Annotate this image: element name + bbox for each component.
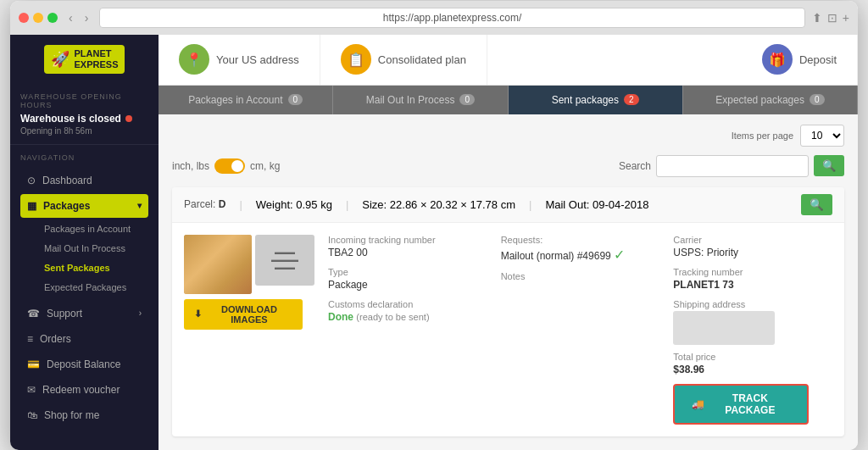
toolbar-row: Items per page 10 25 50 <box>172 125 844 147</box>
toggle-knob <box>231 160 243 172</box>
shop-icon: 🛍 <box>27 409 37 421</box>
copy-icon[interactable]: ⊡ <box>827 11 837 25</box>
top-nav-consolidated[interactable]: 📋 Consolidated plan <box>320 35 487 85</box>
truck-icon: 🚚 <box>692 398 704 410</box>
orders-icon: ≡ <box>27 333 33 345</box>
nav-label: NAVIGATION <box>20 153 148 162</box>
main-content: 📍 Your US address 📋 Consolidated plan 🎁 … <box>159 35 858 450</box>
search-input[interactable] <box>656 155 809 177</box>
separator: | <box>239 198 242 211</box>
customs-done: Done <box>328 311 353 323</box>
logo-icon: 🚀 <box>51 50 70 69</box>
share-icon[interactable]: ⬆ <box>812 11 822 25</box>
detail-col-1: Incoming tracking number TBA2 00 Type Pa… <box>328 235 487 425</box>
sidebar-item-shop-for-me[interactable]: 🛍 Shop for me <box>20 403 148 427</box>
status-dot <box>125 115 132 122</box>
tab-sent-packages[interactable]: Sent packages 2 <box>509 86 683 114</box>
package-images-col: ▬▬▬▬▬▬▬▬▬▬ ⬇ DOWNLOAD IMAGES <box>184 235 314 425</box>
separator: | <box>529 198 531 211</box>
forward-button[interactable]: › <box>81 9 93 26</box>
search-button[interactable]: 🔍 <box>814 155 844 176</box>
sidebar-item-orders[interactable]: ≡ Orders <box>20 327 148 351</box>
sidebar-item-deposit-balance[interactable]: 💳 Deposit Balance <box>20 353 148 376</box>
tab-badge: 0 <box>810 94 825 105</box>
deposit-label: Deposit <box>799 53 837 66</box>
shipping-address-box <box>673 311 775 345</box>
support-icon: ☎ <box>27 308 40 319</box>
sidebar-item-label: Orders <box>40 333 71 345</box>
top-nav-us-address[interactable]: 📍 Your US address <box>159 35 320 85</box>
packages-icon: ▦ <box>27 200 36 212</box>
logo-area: 🚀 PLANET EXPRESS <box>10 35 159 84</box>
sidebar-item-label: Deposit Balance <box>47 358 120 370</box>
sidebar-item-label: Packages <box>43 200 90 212</box>
sidebar-item-dashboard[interactable]: ⊙ Dashboard <box>20 169 148 192</box>
consolidated-label: Consolidated plan <box>378 53 466 66</box>
unit-toggle-switch[interactable] <box>214 158 245 174</box>
tabs-bar: Packages in Account 0 Mail Out In Proces… <box>159 86 858 114</box>
minimize-button[interactable] <box>33 13 43 23</box>
package-body: ▬▬▬▬▬▬▬▬▬▬ ⬇ DOWNLOAD IMAGES <box>172 223 844 436</box>
nav-buttons: ‹ › <box>64 9 92 26</box>
maximize-button[interactable] <box>47 13 58 23</box>
carrier-label: Carrier <box>673 235 832 245</box>
logo-text: PLANET EXPRESS <box>75 48 119 70</box>
carrier-value: USPS: Priority <box>673 247 832 258</box>
browser-window: ‹ › https://app.planetexpress.com/ ⬆ ⊡ +… <box>10 1 858 450</box>
tab-expected-packages[interactable]: Expected packages 0 <box>683 86 858 114</box>
package-search-button[interactable]: 🔍 <box>801 194 832 215</box>
package-image-1 <box>184 235 252 294</box>
sidebar-item-label: Dashboard <box>42 175 92 186</box>
box-image <box>184 235 252 294</box>
total-price-label: Total price <box>673 352 832 362</box>
tab-badge: 0 <box>459 94 475 105</box>
sidebar-item-packages[interactable]: ▦ Packages ▾ <box>20 194 148 218</box>
sidebar-item-mail-out[interactable]: Mail Out In Process <box>20 239 148 258</box>
carrier-col: Carrier USPS: Priority Tracking number P… <box>673 235 832 425</box>
tab-packages-in-account[interactable]: Packages in Account 0 <box>159 86 333 114</box>
tab-mail-out-in-process[interactable]: Mail Out In Process 0 <box>333 86 508 114</box>
sidebar-item-sent-packages[interactable]: Sent Packages <box>20 258 148 277</box>
download-icon: ⬇ <box>194 308 202 319</box>
parcel-label: Parcel: D <box>184 198 225 210</box>
dashboard-icon: ⊙ <box>27 175 36 186</box>
sidebar-item-support[interactable]: ☎ Support › <box>20 302 148 325</box>
tab-badge: 0 <box>288 94 303 105</box>
deposit-icon: 💳 <box>27 358 40 370</box>
tracking-label: Incoming tracking number <box>328 235 487 245</box>
warehouse-status: Warehouse is closed <box>20 113 148 125</box>
separator: | <box>346 198 348 211</box>
tracking-number-label: Tracking number <box>673 267 832 277</box>
chevron-right-icon: › <box>139 308 142 318</box>
sidebar-item-expected-packages[interactable]: Expected Packages <box>20 278 148 297</box>
deposit-icon: 🎁 <box>762 44 793 75</box>
traffic-lights <box>19 13 58 23</box>
download-images-button[interactable]: ⬇ DOWNLOAD IMAGES <box>184 299 303 330</box>
customs-sub: (ready to be sent) <box>356 312 429 322</box>
check-icon: ✓ <box>614 247 625 262</box>
tab-badge: 2 <box>624 94 639 105</box>
track-package-button[interactable]: 🚚 TRACK PACKAGE <box>673 384 809 425</box>
items-per-page-label: Items per page <box>732 131 793 141</box>
sidebar-item-packages-in-account[interactable]: Packages in Account <box>20 219 148 238</box>
add-tab-icon[interactable]: + <box>843 11 849 25</box>
close-button[interactable] <box>19 13 29 23</box>
sidebar-item-redeem-voucher[interactable]: ✉ Redeem voucher <box>20 378 148 402</box>
top-nav: 📍 Your US address 📋 Consolidated plan 🎁 … <box>159 35 858 86</box>
warehouse-label: WAREHOUSE OPENING HOURS <box>20 92 148 109</box>
package-image-label: ▬▬▬▬▬▬▬▬▬▬ <box>255 235 314 286</box>
browser-chrome: ‹ › https://app.planetexpress.com/ ⬆ ⊡ + <box>10 1 858 35</box>
package-header: Parcel: D | Weight: 0.95 kg | Size: 22.8… <box>172 187 844 223</box>
top-nav-deposit[interactable]: 🎁 Deposit <box>742 35 858 85</box>
total-price-section: Total price $38.96 🚚 TRACK PACKAGE <box>673 352 832 425</box>
parcel-id: D <box>219 198 226 210</box>
consolidated-icon: 📋 <box>341 44 371 75</box>
back-button[interactable]: ‹ <box>64 9 77 26</box>
filter-row: inch, lbs cm, kg Search 🔍 <box>172 155 844 177</box>
items-per-page-select[interactable]: 10 25 50 <box>800 125 844 147</box>
warehouse-section: WAREHOUSE OPENING HOURS Warehouse is clo… <box>10 84 159 145</box>
address-bar[interactable]: https://app.planetexpress.com/ <box>99 8 804 28</box>
nav-section: NAVIGATION ⊙ Dashboard ▦ Packages ▾ Pack… <box>10 145 159 437</box>
tracking-value: TBA2 00 <box>328 247 487 258</box>
detail-col-2: Requests: Mailout (normal) #49699 ✓ Note… <box>501 235 660 425</box>
